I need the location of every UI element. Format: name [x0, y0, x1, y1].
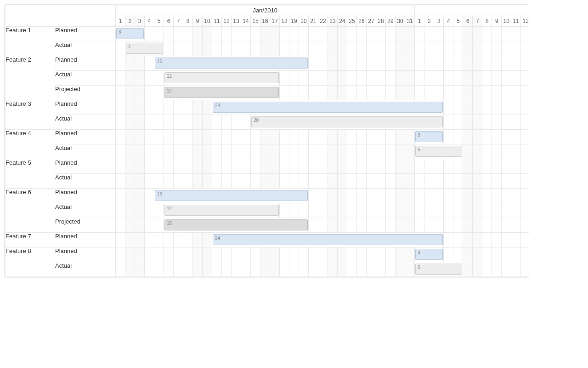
day-header: 2 [125, 16, 135, 27]
gantt-cell [357, 218, 367, 233]
gantt-cell [367, 218, 376, 233]
day-header: 12 [521, 16, 529, 27]
day-header: 29 [386, 16, 396, 27]
gantt-bar-planned[interactable]: 3 [415, 131, 443, 142]
table-row: Projected12 [6, 86, 530, 100]
gantt-bar-projected[interactable]: 12 [164, 87, 279, 98]
gantt-cell [502, 100, 511, 115]
gantt-cell [376, 41, 386, 56]
gantt-cell [125, 174, 135, 189]
gantt-cell: 5 [415, 262, 463, 277]
gantt-cell [521, 100, 529, 115]
gantt-cell [463, 174, 473, 189]
gantt-bar-projected[interactable]: 15 [164, 219, 308, 230]
gantt-cell [212, 144, 222, 159]
gantt-bar-actual[interactable]: 5 [415, 264, 462, 275]
gantt-cell [502, 247, 511, 262]
gantt-cell [328, 41, 338, 56]
gantt-cell [463, 144, 473, 159]
gantt-cell [212, 27, 222, 41]
gantt-cell [193, 115, 203, 130]
gantt-cell: 16 [154, 56, 309, 71]
gantt-cell [174, 41, 183, 56]
gantt-bar-actual[interactable]: 20 [251, 116, 443, 127]
gantt-cell [444, 56, 453, 71]
gantt-cell [318, 203, 328, 218]
gantt-cell [463, 41, 473, 56]
gantt-bar-actual[interactable]: 12 [164, 72, 279, 83]
gantt-bar-actual[interactable]: 4 [126, 43, 163, 54]
gantt-bar-actual[interactable]: 5 [415, 146, 462, 157]
track-label: Planned [55, 56, 116, 71]
gantt-cell [193, 159, 203, 174]
gantt-cell [511, 86, 521, 100]
gantt-bar-planned[interactable]: 3 [116, 28, 144, 39]
gantt-cell [289, 41, 299, 56]
gantt-cell [347, 262, 357, 277]
gantt-cell [203, 159, 212, 174]
gantt-cell [396, 174, 405, 189]
gantt-bar-planned[interactable]: 24 [213, 234, 443, 245]
gantt-cell [193, 41, 203, 56]
gantt-cell [328, 130, 338, 144]
gantt-cell [473, 130, 482, 144]
track-label: Projected [55, 86, 116, 100]
gantt-cell [434, 174, 444, 189]
gantt-cell [251, 262, 260, 277]
gantt-bar-actual[interactable]: 12 [164, 205, 279, 216]
track-label: Actual [55, 144, 116, 159]
gantt-cell [511, 203, 521, 218]
gantt-cell [260, 159, 270, 174]
gantt-cell [357, 130, 367, 144]
gantt-cell [376, 247, 386, 262]
gantt-cell [309, 218, 318, 233]
gantt-cell [241, 115, 251, 130]
gantt-cell [183, 27, 193, 41]
gantt-cell [492, 115, 502, 130]
gantt-cell [309, 144, 318, 159]
gantt-cell [222, 159, 232, 174]
gantt-cell [193, 247, 203, 262]
gantt-cell [280, 203, 289, 218]
gantt-cell [280, 159, 289, 174]
gantt-cell [116, 262, 125, 277]
table-row: Actual [6, 174, 530, 189]
gantt-cell [270, 27, 280, 41]
table-row: Feature 6Planned16 [6, 189, 530, 203]
gantt-cell [521, 71, 529, 86]
gantt-cell [511, 56, 521, 71]
day-header: 21 [309, 16, 318, 27]
gantt-cell [318, 262, 328, 277]
gantt-cell [492, 144, 502, 159]
gantt-cell [260, 262, 270, 277]
gantt-cell [241, 174, 251, 189]
gantt-cell: 3 [415, 130, 444, 144]
gantt-cell [511, 100, 521, 115]
gantt-cell [145, 262, 154, 277]
gantt-cell [174, 233, 183, 247]
gantt-cell [444, 247, 453, 262]
gantt-cell [357, 71, 367, 86]
gantt-cell [116, 159, 125, 174]
gantt-cell: 15 [164, 218, 309, 233]
gantt-cell: 12 [164, 203, 280, 218]
gantt-cell [203, 233, 212, 247]
gantt-cell [482, 233, 492, 247]
gantt-cell [183, 262, 193, 277]
gantt-bar-planned[interactable]: 16 [155, 190, 308, 201]
gantt-bar-planned[interactable]: 16 [155, 58, 308, 69]
gantt-cell [492, 71, 502, 86]
gantt-cell [415, 218, 424, 233]
gantt-cell [212, 115, 222, 130]
gantt-cell [270, 262, 280, 277]
gantt-cell [135, 130, 145, 144]
gantt-cell [396, 56, 405, 71]
gantt-cell [289, 203, 299, 218]
gantt-cell [116, 130, 125, 144]
gantt-cell: 20 [251, 115, 444, 130]
gantt-cell [270, 130, 280, 144]
table-row: Feature 1Planned3 [6, 27, 530, 41]
gantt-cell [357, 203, 367, 218]
gantt-bar-planned[interactable]: 24 [213, 102, 443, 113]
gantt-bar-planned[interactable]: 3 [415, 249, 443, 260]
